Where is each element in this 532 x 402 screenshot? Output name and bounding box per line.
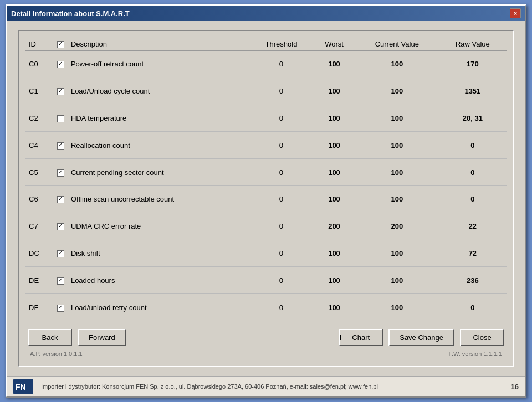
cell-checkbox[interactable] [54,51,68,78]
table-row: DC Disk shift 0 100 100 72 [25,240,507,267]
row-checkbox[interactable] [57,196,64,203]
cell-id: DE [25,267,54,294]
cell-id: C4 [25,132,54,159]
close-dialog-button[interactable]: Close [460,329,504,346]
cell-worst: 100 [313,240,355,267]
cell-worst: 100 [313,105,355,132]
table-row: C4 Reallocation count 0 100 100 0 [25,132,507,159]
cell-raw: 1351 [439,78,507,105]
cell-checkbox[interactable] [54,105,68,132]
row-checkbox[interactable] [57,169,64,177]
cell-checkbox[interactable] [54,240,68,267]
cell-description: Reallocation count [68,132,249,159]
cell-threshold: 0 [249,105,313,132]
main-window: Detail Information about S.M.A.R.T × ID … [6,4,526,398]
cell-current: 100 [355,240,439,267]
window-title: Detail Information about S.M.A.R.T [11,9,130,18]
cell-raw: 0 [439,185,507,213]
cell-worst: 100 [313,294,355,321]
cell-current: 200 [355,213,439,240]
fw-version: F.W. version 1.1.1.1 [448,351,502,357]
cell-description: Load/unload retry count [68,294,249,321]
content-area: ID Description Threshold Worst Current V… [7,21,525,376]
cell-threshold: 0 [249,294,313,321]
table-row: C7 UDMA CRC error rate 0 200 200 22 [25,213,507,240]
cell-description: Load/Unload cycle count [68,78,249,105]
cell-raw: 170 [439,51,507,78]
cell-id: C2 [25,105,54,132]
cell-checkbox[interactable] [54,267,68,294]
svg-text:FN: FN [16,383,26,391]
cell-threshold: 0 [249,213,313,240]
cell-id: C6 [25,185,54,213]
cell-checkbox[interactable] [54,185,68,213]
cell-raw: 236 [439,267,507,294]
row-checkbox[interactable] [57,277,64,285]
row-checkbox[interactable] [57,305,64,312]
row-checkbox[interactable] [57,223,64,230]
cell-worst: 100 [313,267,355,294]
cell-current: 100 [355,267,439,294]
cell-description: Power-off retract count [68,51,249,78]
chart-button[interactable]: Chart [339,329,383,346]
table-row: C0 Power-off retract count 0 100 100 170 [25,51,507,78]
cell-id: DC [25,240,54,267]
cell-threshold: 0 [249,267,313,294]
cell-checkbox[interactable] [54,159,68,186]
cell-current: 100 [355,78,439,105]
cell-description: UDMA CRC error rate [68,213,249,240]
footer-text: Importer i dystrybutor: Konsorcjum FEN S… [41,383,378,390]
cell-current: 100 [355,105,439,132]
row-checkbox[interactable] [57,115,64,122]
forward-button[interactable]: Forward [78,329,126,346]
back-button[interactable]: Back [28,329,72,346]
cell-description: Current pending sector count [68,159,249,186]
cell-id: C0 [25,51,54,78]
col-description: Description [68,38,249,51]
footer-bar: FN Importer i dystrybutor: Konsorcjum FE… [7,376,525,396]
table-row: DE Loaded hours 0 100 100 236 [25,267,507,294]
cell-raw: 22 [439,213,507,240]
col-id: ID [25,38,54,51]
cell-threshold: 0 [249,78,313,105]
row-checkbox[interactable] [57,250,64,257]
col-raw: Raw Value [439,38,507,51]
cell-checkbox[interactable] [54,213,68,240]
close-window-button[interactable]: × [510,8,521,18]
cell-worst: 100 [313,132,355,159]
title-bar: Detail Information about S.M.A.R.T × [7,6,525,21]
fn-logo: FN [13,379,33,394]
col-check [54,38,68,51]
cell-threshold: 0 [249,185,313,213]
table-row: DF Load/unload retry count 0 100 100 0 [25,294,507,321]
cell-threshold: 0 [249,240,313,267]
cell-id: C7 [25,213,54,240]
cell-worst: 100 [313,185,355,213]
cell-description: Loaded hours [68,267,249,294]
cell-checkbox[interactable] [54,132,68,159]
left-buttons: Back Forward [28,329,126,346]
cell-checkbox[interactable] [54,294,68,321]
save-change-button[interactable]: Save Change [388,329,454,346]
header-checkbox[interactable] [57,41,64,48]
cell-worst: 200 [313,213,355,240]
right-buttons: Chart Save Change Close [339,329,504,346]
col-threshold: Threshold [249,38,313,51]
cell-id: C1 [25,78,54,105]
cell-threshold: 0 [249,159,313,186]
cell-raw: 0 [439,132,507,159]
cell-current: 100 [355,159,439,186]
table-row: C2 HDA temperature 0 100 100 20, 31 [25,105,507,132]
cell-id: C5 [25,159,54,186]
cell-worst: 100 [313,159,355,186]
cell-current: 100 [355,51,439,78]
cell-threshold: 0 [249,132,313,159]
cell-checkbox[interactable] [54,78,68,105]
table-row: C1 Load/Unload cycle count 0 100 100 135… [25,78,507,105]
cell-current: 100 [355,294,439,321]
row-checkbox[interactable] [57,142,64,150]
table-row: C5 Current pending sector count 0 100 10… [25,159,507,186]
row-checkbox[interactable] [57,61,64,68]
page-number: 16 [511,383,519,391]
row-checkbox[interactable] [57,88,64,95]
